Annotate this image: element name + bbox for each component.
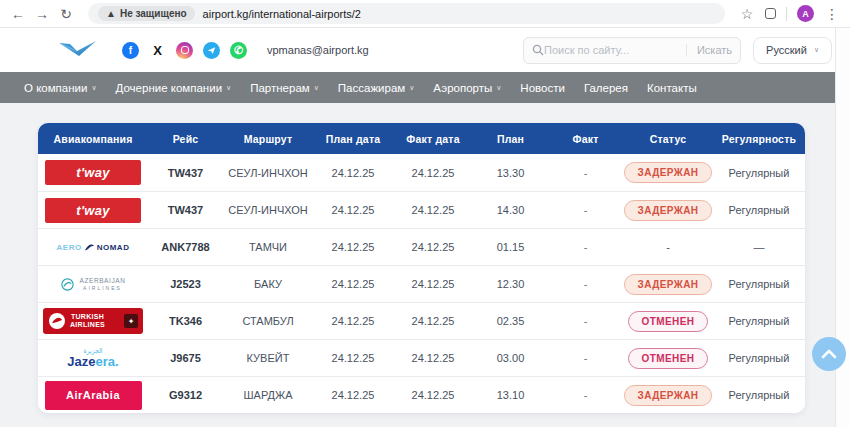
- status-badge: ЗАДЕРЖАН: [624, 274, 713, 295]
- contact-email[interactable]: vpmanas@airport.kg: [267, 44, 369, 56]
- airline-cell: t'way: [38, 160, 148, 185]
- status-cell: ОТМЕНЕН: [623, 348, 713, 369]
- nav-item-3[interactable]: Партнерам∨: [250, 82, 319, 94]
- airline-logo-line2: AIRLINES: [83, 285, 122, 292]
- nav-item-7[interactable]: Галерея: [584, 82, 628, 94]
- nav-item-6[interactable]: Новости: [520, 82, 565, 94]
- fact-time: -: [548, 352, 623, 364]
- instagram-icon[interactable]: [176, 42, 193, 59]
- language-selector[interactable]: Русский ∨: [753, 37, 832, 64]
- main-content: АвиакомпанияРейсМаршрутПлан датаФакт дат…: [0, 123, 850, 427]
- chevron-down-icon: ∨: [814, 46, 819, 54]
- table-header-row: АвиакомпанияРейсМаршрутПлан датаФакт дат…: [38, 123, 805, 154]
- column-header: План дата: [313, 133, 393, 145]
- flight-number: ANK7788: [148, 241, 223, 253]
- column-header: Авиакомпания: [38, 133, 148, 145]
- nav-item-2[interactable]: Дочерние компании∨: [116, 82, 232, 94]
- regularity: Регулярный: [713, 278, 805, 290]
- flight-row: AirArabiaG9312ШАРДЖА24.12.2524.12.2513.1…: [38, 376, 805, 413]
- airline-cell: TURKISHAIRLINES✦: [38, 308, 148, 334]
- status-cell: -: [623, 241, 713, 253]
- chevron-down-icon: ∨: [314, 84, 319, 92]
- forward-icon[interactable]: →: [34, 7, 50, 21]
- nav-item-8[interactable]: Контакты: [647, 82, 697, 94]
- nav-item-label: Дочерние компании: [116, 82, 223, 94]
- fact-date: 24.12.25: [393, 352, 473, 364]
- plan-date: 24.12.25: [313, 167, 393, 179]
- airline-logo-air-arabia: AirArabia: [45, 381, 142, 410]
- fact-date: 24.12.25: [393, 315, 473, 327]
- nav-item-label: Партнерам: [250, 82, 310, 94]
- search-input[interactable]: [544, 44, 686, 56]
- telegram-icon[interactable]: [203, 42, 220, 59]
- airline-logo-tway: t'way: [45, 198, 141, 223]
- tab-search-icon[interactable]: [765, 8, 776, 19]
- status-cell: ЗАДЕРЖАН: [623, 162, 713, 183]
- flight-row: الجزيرةJazeera.J9675КУВЕЙТ24.12.2524.12.…: [38, 339, 805, 376]
- flights-table: АвиакомпанияРейсМаршрутПлан датаФакт дат…: [38, 123, 805, 413]
- airline-logo-text: TURKISHAIRLINES: [70, 313, 105, 329]
- nav-item-label: Новости: [520, 82, 565, 94]
- bird-icon: [84, 242, 95, 253]
- nav-item-5[interactable]: Аэропорты∨: [433, 82, 501, 94]
- browser-toolbar: ← → ↻ ▲ Не защищено airport.kg/internati…: [0, 0, 850, 28]
- reload-icon[interactable]: ↻: [58, 7, 74, 21]
- fact-time: -: [548, 315, 623, 327]
- status-text: -: [666, 241, 670, 253]
- airline-logo-text: t'way: [76, 203, 110, 218]
- regularity: Регулярный: [713, 167, 805, 179]
- airline-logo-text: AERO: [57, 243, 82, 252]
- nav-item-4[interactable]: Пассажирам∨: [338, 82, 415, 94]
- route: БАКУ: [223, 278, 313, 290]
- plan-time: 13.30: [473, 167, 548, 179]
- site-logo[interactable]: [54, 39, 100, 62]
- url-text[interactable]: airport.kg/international-airports/2: [203, 8, 361, 20]
- flight-row: AERONOMADANK7788ТАМЧИ24.12.2524.12.2501.…: [38, 228, 805, 265]
- flight-row: AZERBAIJANAIRLINESJ2523БАКУ24.12.2524.12…: [38, 265, 805, 302]
- airline-logo-line2: AIRLINES: [70, 321, 105, 329]
- status-badge: ОТМЕНЕН: [628, 348, 709, 369]
- status-cell: ЗАДЕРЖАН: [623, 200, 713, 221]
- whatsapp-icon[interactable]: ✆: [230, 42, 247, 59]
- bookmark-star-icon[interactable]: ☆: [739, 7, 755, 21]
- facebook-icon[interactable]: f: [122, 42, 139, 59]
- airline-logo-text: Jazeera.: [67, 355, 118, 368]
- flight-number: J2523: [148, 278, 223, 290]
- regularity: Регулярный: [713, 204, 805, 216]
- back-icon[interactable]: ←: [10, 7, 26, 21]
- nav-item-label: Галерея: [584, 82, 628, 94]
- browser-actions: ☆ A ⋮: [739, 5, 840, 22]
- x-twitter-icon[interactable]: X: [149, 42, 166, 59]
- airline-logo-text: AirArabia: [66, 389, 120, 401]
- nav-item-1[interactable]: О компании∨: [24, 82, 97, 94]
- profile-avatar[interactable]: A: [797, 5, 814, 22]
- menu-dots-icon[interactable]: ⋮: [824, 7, 840, 21]
- search-submit-button[interactable]: Искать: [686, 44, 732, 56]
- airline-logo-part2: era.: [96, 354, 119, 369]
- regularity: —: [713, 241, 805, 253]
- security-chip[interactable]: ▲ Не защищено: [98, 6, 195, 21]
- scroll-to-top-button[interactable]: [812, 337, 846, 371]
- address-bar[interactable]: ▲ Не защищено airport.kg/international-a…: [88, 3, 725, 24]
- fact-date: 24.12.25: [393, 241, 473, 253]
- main-nav: О компании∨Дочерние компании∨Партнерам∨П…: [0, 72, 850, 103]
- column-header: Регулярность: [713, 133, 805, 145]
- plan-time: 03.00: [473, 352, 548, 364]
- airline-cell: AERONOMAD: [38, 242, 148, 253]
- language-label: Русский: [766, 44, 807, 56]
- flight-row: t'wayTW437СЕУЛ-ИНЧХОН24.12.2524.12.2514.…: [38, 191, 805, 228]
- route: ШАРДЖА: [223, 389, 313, 401]
- table-body: t'wayTW437СЕУЛ-ИНЧХОН24.12.2524.12.2513.…: [38, 154, 805, 413]
- regularity: Регулярный: [713, 315, 805, 327]
- chevron-down-icon: ∨: [91, 84, 96, 92]
- plan-time: 12.30: [473, 278, 548, 290]
- nav-item-label: Контакты: [647, 82, 697, 94]
- flight-row: t'wayTW437СЕУЛ-ИНЧХОН24.12.2524.12.2513.…: [38, 154, 805, 191]
- status-cell: ОТМЕНЕН: [623, 311, 713, 332]
- plan-date: 24.12.25: [313, 352, 393, 364]
- route: СЕУЛ-ИНЧХОН: [223, 204, 313, 216]
- plan-time: 01.15: [473, 241, 548, 253]
- column-header: Факт дата: [393, 133, 473, 145]
- search-icon: [532, 44, 544, 56]
- security-label: Не защищено: [120, 8, 187, 19]
